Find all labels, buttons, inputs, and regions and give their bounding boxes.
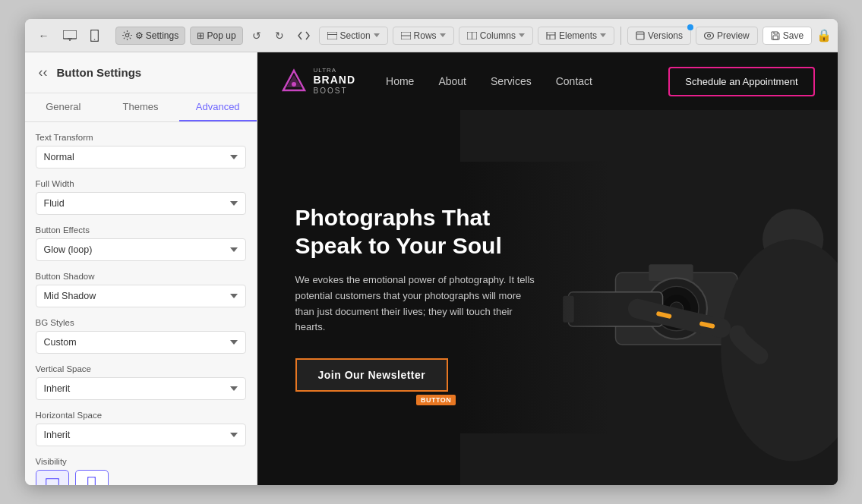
visibility-row: Visibility — [36, 457, 246, 485]
tab-advanced[interactable]: Advanced — [179, 93, 257, 121]
logo-main: BRAND — [314, 74, 356, 86]
editor-preview: ULTRA BRAND BOOST Home About Services Co… — [257, 52, 838, 485]
columns-button[interactable]: Columns — [459, 27, 533, 45]
visibility-desktop-btn[interactable] — [36, 470, 69, 485]
button-shadow-label: Button Shadow — [36, 272, 246, 281]
elements-button[interactable]: Elements — [538, 27, 614, 45]
svg-rect-10 — [636, 32, 644, 39]
toolbar-right: Section Rows Columns Elements — [319, 27, 832, 45]
mobile-view-button[interactable] — [86, 27, 103, 45]
button-effects-select[interactable]: Glow (loop) None — [36, 238, 246, 261]
visibility-buttons — [36, 470, 246, 485]
back-button[interactable]: ← — [34, 27, 54, 45]
visibility-mobile-btn[interactable] — [75, 470, 109, 485]
svg-rect-0 — [63, 30, 77, 39]
hero-cta-wrap: Join Our Newsletter BUTTON — [295, 358, 449, 392]
undo-button[interactable]: ↺ — [248, 27, 266, 45]
text-transform-row: Text Transform Normal Uppercase Lowercas… — [36, 133, 246, 169]
tab-general[interactable]: General — [25, 93, 103, 121]
hero-cta-button[interactable]: Join Our Newsletter — [295, 358, 449, 392]
vertical-space-row: Vertical Space Inherit Small — [36, 364, 246, 400]
website-preview: ULTRA BRAND BOOST Home About Services Co… — [257, 52, 838, 485]
rows-button[interactable]: Rows — [393, 27, 454, 45]
popup-button[interactable]: ⊞ Pop up — [190, 27, 242, 45]
redo-button[interactable]: ↻ — [270, 27, 289, 45]
svg-point-3 — [125, 33, 128, 36]
vertical-space-label: Vertical Space — [36, 364, 246, 373]
separator-2 — [620, 27, 621, 45]
logo-icon — [280, 68, 308, 95]
svg-rect-15 — [88, 477, 96, 486]
tab-themes[interactable]: Themes — [102, 93, 179, 121]
bg-styles-label: BG Styles — [36, 318, 246, 327]
button-shadow-row: Button Shadow Mid Shadow None — [36, 272, 246, 307]
panel-title: Button Settings — [57, 66, 142, 79]
bg-styles-select[interactable]: Custom Default — [36, 331, 246, 354]
preview-button[interactable]: Preview — [696, 27, 758, 45]
hero-body: We evokes the emotional power of photogr… — [295, 272, 538, 335]
site-hero: Photographs That Speak to Your Soul We e… — [257, 110, 838, 485]
settings-button[interactable]: ⚙ Settings — [115, 27, 186, 45]
section-button[interactable]: Section — [319, 27, 388, 45]
svg-point-19 — [292, 82, 296, 87]
nav-home[interactable]: Home — [386, 75, 414, 87]
button-effects-row: Button Effects Glow (loop) None — [36, 225, 246, 261]
nav-contact[interactable]: Contact — [556, 75, 592, 87]
main-area: ‹‹ Button Settings General Themes Advanc… — [25, 52, 838, 485]
desktop-view-button[interactable] — [58, 27, 81, 44]
panel-header: ‹‹ Button Settings — [25, 52, 257, 93]
horizontal-space-label: Horizontal Space — [36, 411, 246, 420]
toolbar: ← ⚙ Settings ⊞ Pop up ↺ ↻ Section — [25, 19, 838, 52]
svg-point-13 — [708, 34, 711, 37]
bg-styles-row: BG Styles Custom Default — [36, 318, 246, 354]
notification-dot — [687, 24, 693, 30]
svg-point-12 — [705, 32, 714, 39]
svg-point-2 — [93, 39, 95, 40]
button-shadow-select[interactable]: Mid Shadow None — [36, 285, 246, 307]
vertical-space-select[interactable]: Inherit Small — [36, 377, 246, 400]
horizontal-space-select[interactable]: Inherit Small — [36, 424, 246, 446]
browser-chrome: ← ⚙ Settings ⊞ Pop up ↺ ↻ Section — [25, 19, 838, 485]
text-transform-label: Text Transform — [36, 133, 246, 142]
code-button[interactable] — [293, 28, 314, 43]
settings-panel: ‹‹ Button Settings General Themes Advanc… — [25, 52, 257, 485]
text-transform-select[interactable]: Normal Uppercase Lowercase — [36, 146, 246, 169]
svg-rect-4 — [327, 32, 337, 39]
versions-button[interactable]: Versions — [627, 27, 691, 45]
hero-content: Photographs That Speak to Your Soul We e… — [295, 203, 538, 392]
nav-services[interactable]: Services — [491, 75, 532, 87]
site-navbar: ULTRA BRAND BOOST Home About Services Co… — [257, 52, 838, 110]
panel-back-button[interactable]: ‹‹ — [37, 63, 49, 82]
save-button[interactable]: Save — [763, 27, 812, 45]
versions-wrap: Versions — [627, 27, 691, 45]
lock-button[interactable]: 🔒 — [816, 28, 832, 43]
visibility-label: Visibility — [36, 457, 246, 466]
panel-tabs: General Themes Advanced — [25, 93, 257, 122]
hero-title: Photographs That Speak to Your Soul — [295, 203, 538, 260]
nav-links: Home About Services Contact — [386, 75, 592, 87]
hero-btn-tag: BUTTON — [416, 395, 456, 405]
full-width-row: Full Width Fluid Auto — [36, 179, 246, 215]
logo-text: ULTRA BRAND BOOST — [314, 68, 356, 94]
nav-about[interactable]: About — [438, 75, 466, 87]
nav-cta-button[interactable]: Schedule an Appointment — [668, 67, 814, 96]
settings-content: Text Transform Normal Uppercase Lowercas… — [25, 122, 257, 485]
horizontal-space-row: Horizontal Space Inherit Small — [36, 411, 246, 446]
logo-sub: BOOST — [314, 87, 356, 95]
site-logo: ULTRA BRAND BOOST — [280, 68, 356, 95]
svg-rect-14 — [46, 478, 58, 485]
full-width-label: Full Width — [36, 179, 246, 188]
button-effects-label: Button Effects — [36, 225, 246, 235]
full-width-select[interactable]: Fluid Auto — [36, 192, 246, 215]
